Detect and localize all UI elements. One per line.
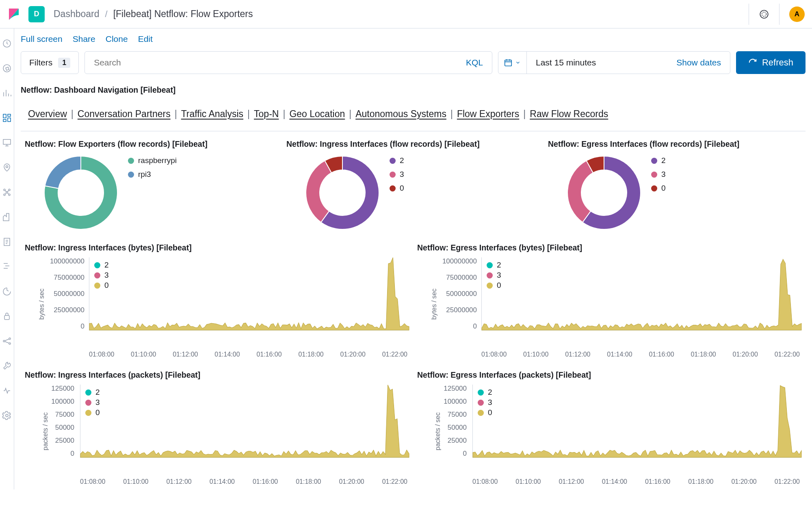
legend-item[interactable]: 2 <box>478 388 492 397</box>
breadcrumb-root[interactable]: Dashboard <box>54 9 100 20</box>
date-range-text: Last 15 minutes <box>536 58 596 67</box>
donut-panel: Netflow: Ingress Interfaces (flow record… <box>282 131 544 235</box>
legend-item[interactable]: 3 <box>487 271 501 280</box>
kibana-logo-icon[interactable] <box>7 8 20 21</box>
legend-label: 0 <box>497 281 501 290</box>
refresh-button[interactable]: Refresh <box>736 51 806 74</box>
line-chart[interactable]: bytes / sec 1000000007500000050000000250… <box>25 257 409 351</box>
user-avatar[interactable]: A <box>789 7 805 22</box>
legend-label: 0 <box>661 184 666 193</box>
svg-point-14 <box>9 194 10 196</box>
nav-link-geo-location[interactable]: Geo Location <box>289 109 345 120</box>
legend-item[interactable]: 2 <box>85 388 100 397</box>
nav-graph-icon[interactable] <box>1 335 13 347</box>
x-ticks: 01:08:0001:10:0001:12:0001:14:0001:16:00… <box>65 351 409 358</box>
legend-swatch <box>94 283 100 289</box>
x-ticks: 01:08:0001:10:0001:12:0001:14:0001:16:00… <box>458 351 801 358</box>
legend-item[interactable]: 0 <box>94 281 109 290</box>
legend-label: 3 <box>497 271 501 280</box>
nav-link-traffic-analysis[interactable]: Traffic Analysis <box>181 109 243 120</box>
nav-link-top-n[interactable]: Top-N <box>254 109 279 120</box>
legend-item[interactable]: 0 <box>478 408 492 417</box>
legend-item[interactable]: 3 <box>651 170 666 179</box>
line-chart[interactable]: packets / sec 12500010000075000500002500… <box>417 385 801 478</box>
breadcrumb-current[interactable]: [Filebeat] Netflow: Flow Exporters <box>113 9 253 20</box>
svg-point-19 <box>9 343 11 344</box>
legend-item[interactable]: 0 <box>487 281 501 290</box>
nav-monitoring-icon[interactable] <box>1 385 13 396</box>
chart-legend: 230 <box>94 261 109 290</box>
legend-item[interactable]: 0 <box>390 184 404 193</box>
kql-toggle[interactable]: KQL <box>459 58 483 67</box>
legend-item[interactable]: 3 <box>390 170 404 179</box>
line-chart[interactable]: packets / sec 12500010000075000500002500… <box>25 385 409 478</box>
nav-dev-tools-icon[interactable] <box>1 360 13 372</box>
topbar-divider <box>749 4 749 25</box>
legend-item[interactable]: 2 <box>651 156 666 165</box>
legend-item[interactable]: 2 <box>94 261 109 270</box>
svg-rect-21 <box>505 60 512 66</box>
nav-siem-icon[interactable] <box>1 311 13 322</box>
nav-recently-viewed-icon[interactable] <box>1 38 13 49</box>
svg-rect-5 <box>8 114 11 116</box>
nav-link-flow-exporters[interactable]: Flow Exporters <box>457 109 519 120</box>
legend-item[interactable]: 2 <box>390 156 404 165</box>
nav-link-raw-flow-records[interactable]: Raw Flow Records <box>530 109 608 120</box>
filters-button[interactable]: Filters 1 <box>21 51 79 74</box>
legend-swatch <box>651 172 657 178</box>
donut-chart[interactable] <box>567 156 641 231</box>
svg-point-11 <box>9 189 10 191</box>
nav-ml-icon[interactable] <box>1 187 13 198</box>
nav-logs-icon[interactable] <box>1 236 13 248</box>
show-dates-link[interactable]: Show dates <box>676 58 721 67</box>
svg-point-3 <box>3 65 11 72</box>
legend-item[interactable]: 0 <box>651 184 666 193</box>
date-range-display[interactable]: Last 15 minutes Show dates <box>527 52 730 74</box>
legend-item[interactable]: raspberrypi <box>128 156 177 165</box>
nav-link-overview[interactable]: Overview <box>28 109 67 120</box>
search-bar[interactable]: KQL <box>84 51 492 74</box>
breadcrumb: Dashboard / [Filebeat] Netflow: Flow Exp… <box>54 9 253 20</box>
legend-label: 3 <box>400 170 404 179</box>
donut-chart[interactable] <box>306 156 379 231</box>
svg-point-1 <box>762 12 767 16</box>
clone-button[interactable]: Clone <box>106 34 128 44</box>
legend-item[interactable]: 2 <box>487 261 501 270</box>
legend-swatch <box>85 389 91 396</box>
search-input[interactable] <box>94 58 459 67</box>
nav-visualize-icon[interactable] <box>1 87 13 99</box>
full-screen-button[interactable]: Full screen <box>21 34 63 44</box>
legend-item[interactable]: 0 <box>85 408 100 417</box>
panel-title: Netflow: Ingress Interfaces (bytes) [Fil… <box>25 243 409 252</box>
newsfeed-icon[interactable] <box>759 9 769 20</box>
chart-legend: raspberrypirpi3 <box>128 156 177 179</box>
legend-swatch <box>94 272 100 278</box>
app-tile-dashboard[interactable]: D <box>28 6 45 22</box>
nav-discover-icon[interactable] <box>1 63 13 74</box>
nav-uptime-icon[interactable] <box>1 286 13 297</box>
line-chart[interactable]: bytes / sec 1000000007500000050000000250… <box>417 257 801 351</box>
nav-maps-icon[interactable] <box>1 162 13 173</box>
legend-swatch <box>487 283 493 289</box>
nav-link-conversation-partners[interactable]: Conversation Partners <box>78 109 171 120</box>
legend-item[interactable]: 3 <box>478 398 492 407</box>
legend-item[interactable]: 3 <box>94 271 109 280</box>
legend-label: 2 <box>400 156 404 165</box>
share-button[interactable]: Share <box>73 34 95 44</box>
legend-item[interactable]: rpi3 <box>128 170 177 179</box>
nav-link-autonomous-systems[interactable]: Autonomous Systems <box>355 109 446 120</box>
y-ticks: 1250001000007500050000250000 <box>417 385 470 458</box>
date-quick-select[interactable] <box>498 52 527 74</box>
svg-point-18 <box>9 338 11 339</box>
edit-button[interactable]: Edit <box>138 34 153 44</box>
nav-apm-icon[interactable] <box>1 261 13 272</box>
line-panel: Netflow: Ingress Interfaces (bytes) [Fil… <box>21 235 413 362</box>
nav-dashboard-icon[interactable] <box>1 112 13 124</box>
nav-canvas-icon[interactable] <box>1 137 13 148</box>
legend-swatch <box>487 272 493 278</box>
nav-metrics-icon[interactable] <box>1 211 13 223</box>
line-panel: Netflow: Ingress Interfaces (packets) [F… <box>21 362 413 489</box>
nav-management-icon[interactable] <box>1 410 13 421</box>
donut-chart[interactable] <box>44 156 117 231</box>
legend-item[interactable]: 3 <box>85 398 100 407</box>
